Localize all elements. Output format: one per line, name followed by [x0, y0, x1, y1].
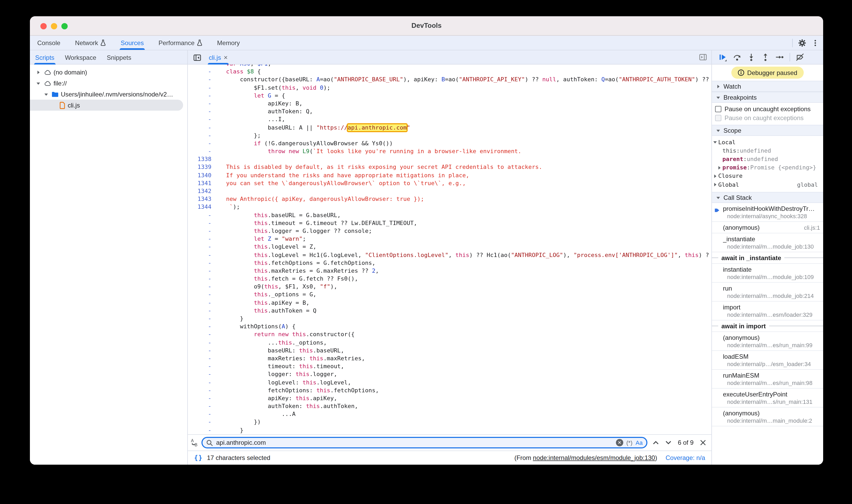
step-over-icon[interactable]: [733, 53, 741, 61]
tab-memory[interactable]: Memory: [210, 36, 247, 50]
tree-item-cli-js[interactable]: cli.js: [30, 100, 183, 111]
resume-script-icon[interactable]: [718, 53, 727, 61]
coverage-link[interactable]: Coverage: n/a: [665, 454, 705, 462]
line-gutter[interactable]: -: [188, 347, 216, 355]
line-gutter[interactable]: -: [188, 323, 216, 330]
line-gutter[interactable]: -: [188, 275, 216, 283]
line-gutter[interactable]: -: [188, 402, 216, 410]
scope-row[interactable]: promise: Promise {<pending>}: [712, 163, 823, 172]
line-gutter[interactable]: -: [188, 76, 216, 84]
callstack-frame[interactable]: runnode:internal/m…module_job:214: [712, 283, 823, 302]
tab-console[interactable]: Console: [30, 36, 68, 50]
line-gutter[interactable]: -: [188, 331, 216, 339]
line-gutter[interactable]: -: [188, 339, 216, 346]
line-gutter[interactable]: -: [188, 259, 216, 267]
line-gutter[interactable]: 1342: [188, 187, 216, 195]
line-gutter[interactable]: -: [188, 267, 216, 275]
previous-match-icon[interactable]: [653, 440, 659, 445]
line-gutter[interactable]: -: [188, 307, 216, 315]
tree-caret[interactable]: [43, 91, 49, 97]
line-gutter[interactable]: -: [188, 291, 216, 299]
line-gutter[interactable]: -: [188, 84, 216, 91]
line-gutter[interactable]: -: [188, 68, 216, 75]
line-gutter[interactable]: -: [188, 426, 216, 434]
callstack-frame[interactable]: (anonymous)cli.js:1: [712, 222, 823, 233]
scope-row[interactable]: Globalglobal: [712, 180, 823, 189]
line-gutter[interactable]: -: [188, 100, 216, 108]
tree-caret[interactable]: [35, 80, 41, 86]
tree-item--no-domain-[interactable]: (no domain): [30, 67, 187, 78]
line-gutter[interactable]: -: [188, 108, 216, 115]
line-gutter[interactable]: -: [188, 386, 216, 394]
callstack-section-header[interactable]: Call Stack: [712, 192, 823, 203]
close-tab-icon[interactable]: ×: [224, 54, 228, 61]
step-out-icon[interactable]: [761, 53, 770, 61]
step-icon[interactable]: [776, 53, 784, 61]
pretty-print-icon[interactable]: {}: [194, 454, 203, 462]
line-gutter[interactable]: -: [188, 371, 216, 378]
callstack-frame[interactable]: importnode:internal/m…esm/loader:329: [712, 302, 823, 321]
close-search-icon[interactable]: [700, 439, 706, 446]
callstack-frame[interactable]: executeUserEntryPointnode:internal/m…s/r…: [712, 389, 823, 408]
source-origin-link[interactable]: node:internal/modules/esm/module_job:130: [533, 454, 655, 462]
line-gutter[interactable]: -: [188, 362, 216, 370]
clear-search-icon[interactable]: ✕: [616, 439, 623, 446]
tree-item-file-[interactable]: file://: [30, 78, 187, 89]
next-match-icon[interactable]: [665, 440, 672, 445]
line-gutter[interactable]: -: [188, 65, 216, 68]
line-gutter[interactable]: 1344: [188, 203, 216, 211]
scope-row[interactable]: Local: [712, 138, 823, 146]
line-gutter[interactable]: -: [188, 394, 216, 402]
scope-row[interactable]: this: undefined: [712, 146, 823, 155]
deactivate-breakpoints-icon[interactable]: [796, 53, 804, 61]
more-options-kebab-icon[interactable]: [812, 39, 819, 47]
callstack-frame[interactable]: (anonymous)node:internal/m…main_module:2: [712, 408, 823, 426]
editor-tab-cli-js[interactable]: cli.js ×: [205, 50, 232, 65]
match-case-toggle[interactable]: Aa: [636, 439, 643, 446]
scope-caret[interactable]: [712, 182, 718, 187]
callstack-frame[interactable]: runMainESMnode:internal/m…es/run_main:98: [712, 370, 823, 389]
line-gutter[interactable]: -: [188, 315, 216, 323]
tab-sources[interactable]: Sources: [113, 36, 151, 50]
line-gutter[interactable]: 1340: [188, 171, 216, 179]
line-gutter[interactable]: 1339: [188, 163, 216, 171]
line-gutter[interactable]: -: [188, 219, 216, 227]
line-gutter[interactable]: -: [188, 299, 216, 307]
line-gutter[interactable]: -: [188, 147, 216, 155]
line-gutter[interactable]: -: [188, 283, 216, 291]
scope-row[interactable]: parent: undefined: [712, 155, 823, 163]
line-gutter[interactable]: -: [188, 355, 216, 362]
line-gutter[interactable]: -: [188, 131, 216, 139]
callstack-frame[interactable]: (anonymous)node:internal/m…es/run_main:9…: [712, 332, 823, 351]
tab-network[interactable]: Network: [68, 36, 113, 50]
step-into-icon[interactable]: [747, 53, 756, 61]
line-gutter[interactable]: -: [188, 124, 216, 131]
code-viewer[interactable]: - var Xs0, $F1;- class $8 {- constructor…: [188, 65, 711, 434]
line-gutter[interactable]: -: [188, 140, 216, 147]
checkbox[interactable]: [715, 106, 721, 112]
search-input[interactable]: api.anthropic.com ✕ (*) Aa: [201, 437, 647, 448]
line-gutter[interactable]: -: [188, 227, 216, 235]
line-gutter[interactable]: -: [188, 92, 216, 100]
breakpoints-section-header[interactable]: Breakpoints: [712, 92, 823, 103]
line-gutter[interactable]: 1341: [188, 179, 216, 187]
scope-caret[interactable]: [716, 165, 723, 170]
line-gutter[interactable]: -: [188, 251, 216, 259]
line-gutter[interactable]: 1343: [188, 195, 216, 203]
scope-row[interactable]: Closure: [712, 172, 823, 180]
tree-item-users-jinhuilee-nvm-versions-node-v2-[interactable]: Users/jinhuilee/.nvm/versions/node/v2…: [30, 89, 187, 100]
show-debugger-panel-icon[interactable]: [699, 53, 707, 61]
callstack-frame[interactable]: loadESMnode:internal/p…/esm_loader:34: [712, 351, 823, 370]
callstack-frame[interactable]: _instantiatenode:internal/m…module_job:1…: [712, 233, 823, 252]
line-gutter[interactable]: 1338: [188, 156, 216, 163]
watch-section-header[interactable]: Watch: [712, 81, 823, 92]
line-gutter[interactable]: -: [188, 243, 216, 251]
replace-toggle-icon[interactable]: A B: [188, 438, 201, 447]
regex-toggle[interactable]: (*): [626, 439, 633, 446]
settings-gear-icon[interactable]: [798, 39, 806, 47]
tab-performance[interactable]: Performance: [151, 36, 210, 50]
scope-caret[interactable]: [712, 174, 718, 179]
callstack-frame[interactable]: instantiatenode:internal/m…module_job:10…: [712, 264, 823, 283]
navigator-tab-scripts[interactable]: Scripts: [30, 50, 59, 65]
tree-caret[interactable]: [35, 70, 41, 75]
